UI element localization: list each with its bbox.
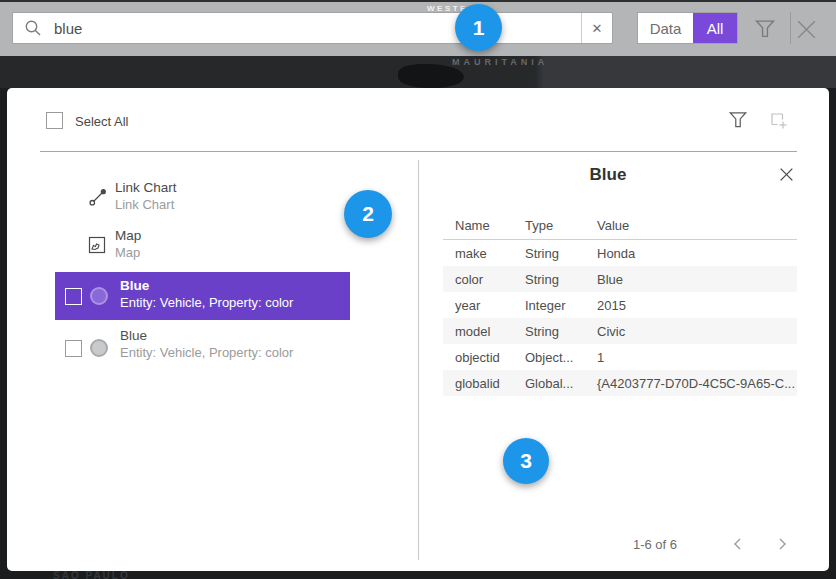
cell-name: objectid	[443, 350, 525, 365]
header-divider	[40, 151, 797, 152]
column-header-type: Type	[525, 218, 597, 233]
annotation-callout-3: 3	[503, 438, 549, 484]
details-close-icon[interactable]	[778, 166, 795, 183]
result-title: Link Chart	[115, 180, 348, 195]
result-item-map[interactable]: Map Map	[88, 228, 348, 268]
result-item-link-chart[interactable]: Link Chart Link Chart	[88, 180, 348, 220]
pagination-label: 1-6 of 6	[605, 537, 705, 552]
cell-value: 2015	[597, 298, 797, 313]
cell-type: Global...	[525, 376, 597, 391]
column-header-value: Value	[597, 218, 797, 233]
cell-name: make	[443, 246, 525, 261]
result-subtitle: Map	[115, 245, 348, 260]
close-search-icon[interactable]	[794, 17, 819, 42]
attributes-table-header: Name Type Value	[443, 214, 797, 236]
search-toolbar: WESTERN ✕ Data All	[0, 2, 836, 56]
cell-type: Integer	[525, 298, 597, 313]
table-row: year Integer 2015	[443, 292, 797, 318]
table-row: globalid Global... {A4203777-D70D-4C5C-9…	[443, 370, 797, 396]
cell-value: Civic	[597, 324, 797, 339]
cell-name: color	[443, 272, 525, 287]
toolbar-filter-icon[interactable]	[754, 18, 776, 40]
cell-value: {A4203777-D70D-4C5C-9A65-C...	[597, 376, 797, 391]
cell-name: globalid	[443, 376, 525, 391]
search-scope-toggle: Data All	[637, 12, 738, 44]
entity-circle-icon	[90, 287, 108, 305]
cell-type: String	[525, 324, 597, 339]
result-title: Map	[115, 228, 348, 243]
cell-type: String	[525, 272, 597, 287]
result-subtitle: Entity: Vehicle, Property: color	[120, 295, 293, 310]
scope-option-data[interactable]: Data	[638, 13, 693, 43]
map-background-band: MAURITANIA	[0, 56, 836, 88]
cell-value: Blue	[597, 272, 797, 287]
cell-type: Object...	[525, 350, 597, 365]
table-row: make String Honda	[443, 240, 797, 266]
list-details-divider	[418, 160, 419, 560]
cell-value: 1	[597, 350, 797, 365]
pagination-next-icon[interactable]	[775, 537, 789, 551]
add-to-selection-icon[interactable]	[769, 111, 789, 131]
table-row: color String Blue	[443, 266, 797, 292]
results-filter-icon[interactable]	[728, 110, 748, 130]
result-item-blue[interactable]: Blue Entity: Vehicle, Property: color	[55, 324, 350, 372]
cell-name: year	[443, 298, 525, 313]
toolbar-divider	[790, 12, 791, 44]
clear-search-button[interactable]: ✕	[581, 13, 612, 43]
search-box[interactable]: ✕	[12, 12, 613, 44]
search-icon	[24, 19, 42, 37]
cell-type: String	[525, 246, 597, 261]
map-icon	[88, 236, 106, 254]
scope-option-all[interactable]: All	[693, 13, 737, 43]
attributes-table-body: make String Honda color String Blue year…	[443, 240, 797, 396]
table-row: objectid Object... 1	[443, 344, 797, 370]
result-checkbox[interactable]	[65, 340, 82, 357]
result-subtitle: Link Chart	[115, 197, 348, 212]
screen: WESTERN ✕ Data All	[0, 0, 836, 579]
attributes-table: Name Type Value make String Honda color …	[443, 214, 797, 396]
result-subtitle: Entity: Vehicle, Property: color	[120, 345, 293, 360]
map-label-mauritania: MAURITANIA	[452, 57, 548, 67]
cell-name: model	[443, 324, 525, 339]
map-label-sao-paulo: SAO PAULO	[53, 570, 130, 579]
select-all-label: Select All	[75, 114, 128, 129]
entity-circle-icon	[90, 339, 108, 357]
result-title: Blue	[120, 328, 147, 343]
pagination-prev-icon[interactable]	[731, 537, 745, 551]
annotation-callout-1: 1	[455, 4, 502, 51]
select-all-checkbox[interactable]	[46, 112, 63, 129]
details-title: Blue	[418, 165, 798, 185]
cell-value: Honda	[597, 246, 797, 261]
result-title: Blue	[120, 278, 149, 293]
result-checkbox[interactable]	[65, 288, 82, 305]
annotation-callout-2: 2	[344, 190, 392, 238]
table-row: model String Civic	[443, 318, 797, 344]
result-item-blue-selected[interactable]: Blue Entity: Vehicle, Property: color	[55, 272, 350, 320]
search-results-panel: Select All	[7, 88, 829, 571]
map-landmass-shape	[398, 64, 464, 88]
column-header-name: Name	[443, 218, 525, 233]
link-chart-icon	[88, 187, 108, 207]
